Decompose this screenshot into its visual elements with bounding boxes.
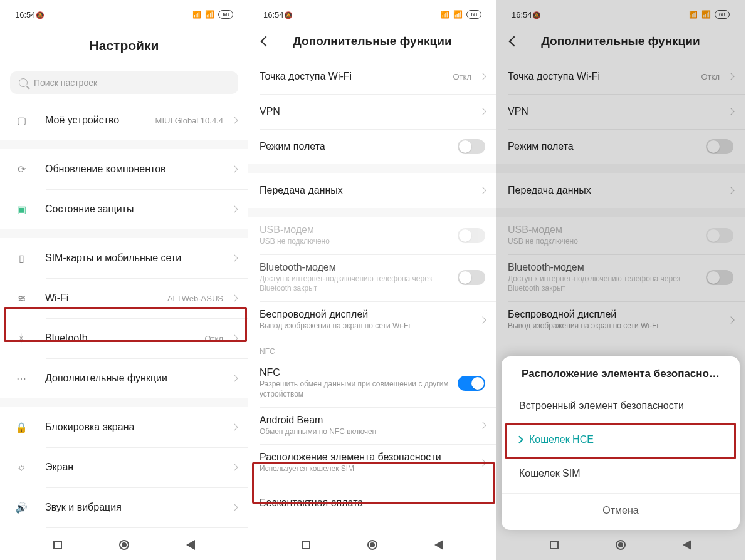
nfc-toggle[interactable] bbox=[458, 376, 485, 391]
chevron-right-icon bbox=[479, 108, 486, 115]
bt-tether-toggle[interactable] bbox=[458, 270, 485, 285]
row-usb-tether: USB-модем USB не подключено bbox=[496, 217, 745, 254]
secure-element-dialog-screen: 16:54 📶 📶 68 Дополнительные функции Точк… bbox=[496, 0, 745, 560]
nav-home-button[interactable] bbox=[616, 540, 626, 550]
page-header: Дополнительные функции bbox=[496, 24, 745, 59]
row-data-usage[interactable]: Передача данных bbox=[496, 173, 745, 208]
row-airplane[interactable]: Режим полета bbox=[496, 129, 745, 164]
sun-icon: ☼ bbox=[11, 457, 31, 477]
row-vpn[interactable]: VPN bbox=[496, 94, 745, 129]
chevron-right-icon bbox=[727, 108, 734, 115]
chevron-right-icon bbox=[727, 73, 734, 80]
nav-back-button[interactable] bbox=[186, 540, 195, 550]
row-android-beam[interactable]: Android Beam Обмен данными по NFC включе… bbox=[248, 407, 496, 445]
row-hotspot[interactable]: Точка доступа Wi-Fi Откл bbox=[248, 59, 496, 94]
row-airplane[interactable]: Режим полета bbox=[248, 129, 496, 164]
search-input[interactable]: Поиск настроек bbox=[10, 71, 238, 94]
option-embedded[interactable]: Встроенный элемент безопасности bbox=[502, 389, 740, 423]
signal-icon: 📶 bbox=[192, 11, 201, 19]
row-data-usage[interactable]: Передача данных bbox=[248, 173, 496, 208]
page-title: Дополнительные функции bbox=[541, 34, 700, 48]
row-bt-tether[interactable]: Bluetooth-модем Доступ к интернет-подклю… bbox=[496, 254, 745, 301]
chevron-right-icon bbox=[231, 294, 238, 301]
airplane-toggle[interactable] bbox=[458, 139, 485, 154]
row-secure-element[interactable]: Расположение элемента безопасности Испол… bbox=[248, 444, 496, 482]
wifi-icon: 📶 bbox=[453, 10, 463, 19]
nav-recents-button[interactable] bbox=[53, 541, 62, 549]
mute-icon bbox=[36, 10, 45, 19]
nav-home-button[interactable] bbox=[367, 540, 377, 550]
option-sim-wallet[interactable]: Кошелек SIM bbox=[502, 457, 740, 490]
more-list: Точка доступа Wi-Fi Откл VPN Режим полет… bbox=[248, 59, 496, 530]
row-display[interactable]: ☼ Экран bbox=[0, 447, 248, 487]
nav-home-button[interactable] bbox=[119, 540, 129, 550]
row-vpn[interactable]: VPN bbox=[248, 94, 496, 129]
row-bt-tether[interactable]: Bluetooth-модем Доступ к интернет-подклю… bbox=[248, 254, 496, 301]
back-button[interactable] bbox=[260, 36, 270, 46]
page-header: Настройки bbox=[0, 24, 248, 68]
wifi-icon: 📶 bbox=[205, 10, 214, 19]
option-hce-wallet[interactable]: Кошелек HCE bbox=[502, 423, 740, 457]
row-sim[interactable]: ▯ SIM-карты и мобильные сети bbox=[0, 238, 248, 278]
row-wireless-display[interactable]: Беспроводной дисплей Вывод изображения н… bbox=[248, 301, 496, 339]
chevron-right-icon bbox=[479, 73, 486, 80]
row-nfc[interactable]: NFC Разрешить обмен данными при совмещен… bbox=[248, 360, 496, 407]
chevron-right-icon bbox=[231, 464, 238, 470]
bluetooth-icon: ᚼ bbox=[11, 328, 31, 348]
chevron-right-icon bbox=[727, 316, 734, 323]
row-notifications[interactable]: ▢ Уведомления bbox=[0, 527, 248, 530]
sim-icon: ▯ bbox=[11, 248, 31, 268]
search-placeholder: Поиск настроек bbox=[34, 78, 97, 88]
nav-bar bbox=[248, 530, 496, 560]
settings-screen: 16:54 📶 📶 68 Настройки Поиск настроек ▢ … bbox=[0, 0, 248, 560]
row-wireless-display[interactable]: Беспроводной дисплей Вывод изображения н… bbox=[496, 301, 745, 339]
status-time: 16:54 bbox=[263, 10, 284, 19]
page-header: Дополнительные функции bbox=[248, 24, 496, 59]
status-bar: 16:54 📶 📶 68 bbox=[0, 5, 248, 24]
nav-back-button[interactable] bbox=[683, 540, 691, 550]
row-hotspot[interactable]: Точка доступа Wi-Fi Откл bbox=[496, 59, 745, 94]
signal-icon: 📶 bbox=[441, 11, 449, 19]
airplane-toggle[interactable] bbox=[706, 139, 733, 154]
usb-toggle bbox=[458, 228, 485, 243]
wifi-icon: 📶 bbox=[701, 10, 711, 19]
device-icon: ▢ bbox=[11, 110, 31, 130]
nav-bar bbox=[496, 530, 745, 560]
wifi-icon: ≋ bbox=[11, 288, 31, 308]
battery-indicator: 68 bbox=[466, 10, 481, 19]
row-bluetooth[interactable]: ᚼ Bluetooth Откл bbox=[0, 318, 248, 358]
chevron-right-icon bbox=[231, 504, 238, 511]
chevron-right-icon bbox=[231, 334, 238, 341]
nav-recents-button[interactable] bbox=[550, 541, 559, 549]
row-lockscreen[interactable]: 🔒 Блокировка экрана bbox=[0, 407, 248, 447]
nav-recents-button[interactable] bbox=[302, 541, 310, 549]
nav-back-button[interactable] bbox=[434, 540, 443, 550]
mute-icon bbox=[532, 10, 541, 19]
cancel-button[interactable]: Отмена bbox=[502, 493, 740, 527]
status-bar: 16:54 📶 📶 68 bbox=[496, 5, 745, 24]
row-wifi[interactable]: ≋ Wi-Fi ALTWeb-ASUS bbox=[0, 278, 248, 318]
row-updates[interactable]: ⟳ Обновление компонентов bbox=[0, 149, 248, 189]
page-title: Дополнительные функции bbox=[293, 34, 451, 48]
battery-indicator: 68 bbox=[218, 10, 233, 19]
row-security-status[interactable]: ▣ Состояние защиты bbox=[0, 189, 248, 229]
signal-icon: 📶 bbox=[689, 11, 698, 19]
shield-icon: ▣ bbox=[11, 199, 31, 219]
row-sound[interactable]: 🔊 Звук и вибрация bbox=[0, 487, 248, 527]
chevron-right-icon bbox=[231, 375, 238, 381]
row-more-features[interactable]: ⋯ Дополнительные функции bbox=[0, 358, 248, 398]
chevron-right-icon bbox=[479, 422, 486, 429]
row-my-device[interactable]: ▢ Моё устройство MIUI Global 10.4.4 bbox=[0, 100, 248, 140]
more-icon: ⋯ bbox=[11, 368, 31, 388]
bt-tether-toggle[interactable] bbox=[706, 270, 733, 285]
chevron-right-icon bbox=[479, 316, 486, 323]
nfc-section-label: NFC bbox=[248, 338, 496, 360]
row-contactless[interactable]: Бесконтактная оплата bbox=[248, 482, 496, 517]
more-features-screen: 16:54 📶 📶 68 Дополнительные функции Точк… bbox=[248, 0, 496, 560]
chevron-right-icon bbox=[231, 165, 238, 172]
battery-indicator: 68 bbox=[715, 10, 730, 19]
back-button[interactable] bbox=[508, 36, 518, 46]
lock-icon: 🔒 bbox=[11, 417, 31, 437]
sheet-title: Расположение элемента безопасно… bbox=[502, 356, 740, 389]
status-time: 16:54 bbox=[15, 10, 36, 19]
